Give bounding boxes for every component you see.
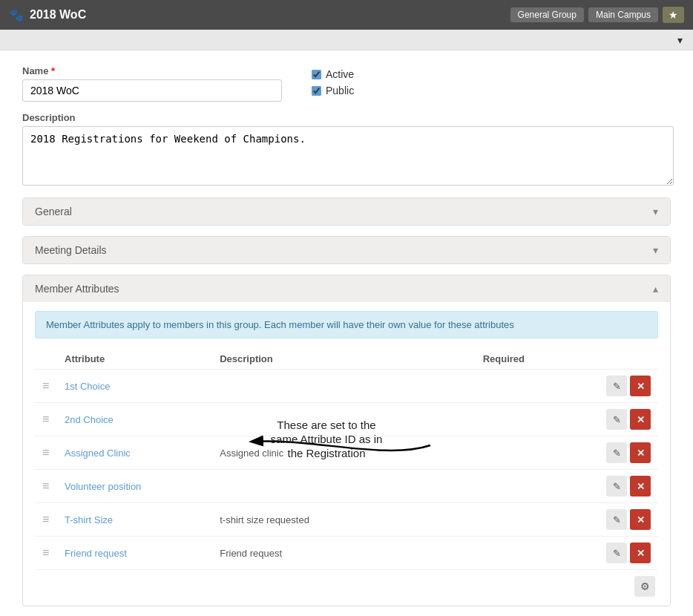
member-attributes-header[interactable]: Member Attributes ▴ <box>23 275 670 302</box>
meeting-details-header[interactable]: Meeting Details ▾ <box>23 237 670 263</box>
name-row: Name * Active Public <box>22 65 671 102</box>
delete-attribute-button-3[interactable]: ✕ <box>630 476 651 497</box>
main-content: Name * Active Public Description 2018 Re… <box>0 50 693 616</box>
public-label: Public <box>326 85 354 96</box>
attr-actions-2: ✎ ✕ <box>606 442 651 463</box>
description-group: Description 2018 Registrations for Weeke… <box>22 112 671 186</box>
col-attribute-header: Attribute <box>57 349 212 370</box>
attr-name-2: Assigned Clinic <box>65 448 131 459</box>
delete-attribute-button-4[interactable]: ✕ <box>630 509 651 530</box>
attributes-table: Attribute Description Required ≡ 1st Cho… <box>35 349 658 570</box>
delete-attribute-button-2[interactable]: ✕ <box>630 442 651 463</box>
attr-desc-4: t-shirt size requested <box>220 514 309 525</box>
collapse-chevron-icon: ▾ <box>677 34 683 46</box>
attr-actions-5: ✎ ✕ <box>606 543 651 563</box>
page-title: 2018 WoC <box>30 8 86 22</box>
attr-actions-1: ✎ ✕ <box>606 409 651 430</box>
table-row: ≡ T-shirt Size t-shirt size requested ✎ … <box>35 503 658 537</box>
app-container: 🐾 2018 WoC General Group Main Campus ★ ▾… <box>0 0 693 616</box>
paw-icon: 🐾 <box>9 8 24 22</box>
active-checkbox-item: Active <box>312 68 354 80</box>
name-label: Name * <box>22 65 282 76</box>
col-actions <box>599 349 658 370</box>
table-row: ≡ Volunteer position ✎ ✕ <box>35 470 658 503</box>
attr-name-5: Friend request <box>65 548 127 559</box>
star-button[interactable]: ★ <box>663 7 684 23</box>
add-attribute-button[interactable]: ⚙ <box>634 576 655 597</box>
public-checkbox-item: Public <box>312 85 354 96</box>
attr-name-3: Volunteer position <box>65 481 141 492</box>
meeting-details-title: Meeting Details <box>35 244 107 256</box>
general-panel: General ▾ <box>22 197 671 226</box>
attr-actions-4: ✎ ✕ <box>606 509 651 530</box>
col-description-header: Description <box>212 349 390 370</box>
name-group: Name * <box>22 65 282 102</box>
member-attributes-title: Member Attributes <box>35 283 119 295</box>
meeting-details-panel: Meeting Details ▾ <box>22 236 671 264</box>
delete-attribute-button-5[interactable]: ✕ <box>630 543 651 563</box>
table-row: ≡ 2nd Choice ✎ ✕ <box>35 403 658 436</box>
table-row: ≡ 1st Choice ✎ ✕ <box>35 370 658 403</box>
attr-actions-0: ✎ ✕ <box>606 376 651 396</box>
attr-desc-5: Friend request <box>220 548 282 559</box>
member-attributes-chevron-icon: ▴ <box>653 283 658 295</box>
table-row: ≡ Assigned Clinic Assigned clinic ✎ ✕ <box>35 436 658 470</box>
add-row-area: ⚙ <box>35 570 658 597</box>
delete-attribute-button-1[interactable]: ✕ <box>630 409 651 430</box>
edit-attribute-button-5[interactable]: ✎ <box>606 543 627 563</box>
member-attributes-body: Member Attributes apply to members in th… <box>23 302 670 606</box>
header-badges: General Group Main Campus ★ <box>510 7 684 23</box>
name-input[interactable] <box>22 79 282 102</box>
col-required-header: Required <box>390 349 599 370</box>
attr-actions-3: ✎ ✕ <box>606 476 651 497</box>
edit-attribute-button-0[interactable]: ✎ <box>606 376 627 396</box>
attr-name-1: 2nd Choice <box>65 414 114 425</box>
attr-desc-2: Assigned clinic <box>220 448 283 459</box>
attr-name-4: T-shirt Size <box>65 514 113 525</box>
header-title-area: 🐾 2018 WoC <box>9 8 510 22</box>
collapse-bar[interactable]: ▾ <box>0 30 693 50</box>
meeting-details-chevron-icon: ▾ <box>653 244 658 256</box>
drag-handle-icon[interactable]: ≡ <box>42 413 49 425</box>
member-attributes-info: Member Attributes apply to members in th… <box>35 311 658 338</box>
edit-attribute-button-4[interactable]: ✎ <box>606 509 627 530</box>
drag-handle-icon[interactable]: ≡ <box>42 446 49 459</box>
delete-attribute-button-0[interactable]: ✕ <box>630 376 651 396</box>
drag-handle-icon[interactable]: ≡ <box>42 546 49 559</box>
table-row: ≡ Friend request Friend request ✎ ✕ <box>35 537 658 570</box>
page-header: 🐾 2018 WoC General Group Main Campus ★ <box>0 0 693 30</box>
checkbox-group: Active Public <box>312 65 354 96</box>
drag-handle-icon[interactable]: ≡ <box>42 479 49 492</box>
group-badge[interactable]: General Group <box>510 7 584 22</box>
general-chevron-icon: ▾ <box>653 206 658 217</box>
edit-attribute-button-1[interactable]: ✎ <box>606 409 627 430</box>
general-title: General <box>35 206 72 217</box>
col-drag <box>35 349 57 370</box>
active-label: Active <box>326 68 354 80</box>
table-header-row: Attribute Description Required <box>35 349 658 370</box>
drag-handle-icon[interactable]: ≡ <box>42 379 49 392</box>
attr-name-0: 1st Choice <box>65 381 110 392</box>
required-star: * <box>51 65 55 76</box>
public-checkbox[interactable] <box>312 86 321 96</box>
drag-handle-icon[interactable]: ≡ <box>42 513 49 525</box>
description-label: Description <box>22 112 671 123</box>
description-textarea[interactable]: 2018 Registrations for Weekend of Champi… <box>22 126 674 186</box>
campus-badge[interactable]: Main Campus <box>588 7 658 22</box>
member-attributes-panel: Member Attributes ▴ Member Attributes ap… <box>22 275 671 606</box>
edit-attribute-button-2[interactable]: ✎ <box>606 442 627 463</box>
active-checkbox[interactable] <box>312 70 321 79</box>
edit-attribute-button-3[interactable]: ✎ <box>606 476 627 497</box>
general-header[interactable]: General ▾ <box>23 198 670 225</box>
